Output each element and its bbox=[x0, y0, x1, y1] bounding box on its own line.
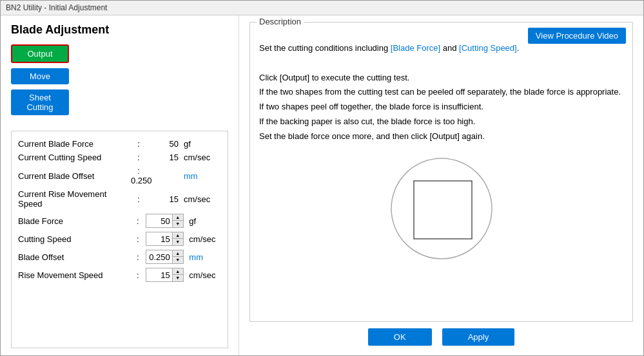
param-row-current-rise-speed: Current Rise Movement Speed : 15 cm/sec bbox=[18, 189, 221, 209]
label-rise-speed: Rise Movement Speed bbox=[18, 270, 130, 280]
move-button[interactable]: Move bbox=[11, 68, 69, 84]
bottom-buttons: OK Apply bbox=[249, 322, 633, 350]
svg-rect-1 bbox=[414, 181, 472, 239]
cutting-speed-up[interactable]: ▲ bbox=[173, 232, 183, 239]
cutting-speed-spinner[interactable]: ▲ ▼ bbox=[146, 232, 184, 246]
desc-line2 bbox=[259, 57, 623, 70]
param-row-cutting-speed: Cutting Speed : ▲ ▼ cm/sec bbox=[18, 232, 221, 246]
page-title: Blade Adjustment bbox=[11, 23, 228, 37]
description-box: Description View Procedure Video Set the… bbox=[249, 22, 633, 322]
label-blade-offset: Blade Offset bbox=[18, 252, 130, 262]
cutting-speed-down[interactable]: ▼ bbox=[173, 239, 183, 245]
description-text: Set the cutting conditions including [Bl… bbox=[259, 42, 623, 144]
desc-line7: Set the blade force once more, and then … bbox=[259, 130, 623, 144]
diagram-svg bbox=[387, 154, 496, 263]
label-current-cutting-speed: Current Cutting Speed bbox=[18, 153, 131, 162]
desc-line4: If the two shapes from the cutting test … bbox=[259, 86, 623, 99]
blade-offset-up[interactable]: ▲ bbox=[173, 250, 183, 257]
rise-speed-down[interactable]: ▼ bbox=[173, 275, 183, 281]
desc-line1: Set the cutting conditions including [Bl… bbox=[259, 42, 623, 55]
output-button[interactable]: Output bbox=[11, 44, 69, 63]
param-row-rise-speed: Rise Movement Speed : ▲ ▼ cm/sec bbox=[18, 268, 221, 282]
blade-offset-spinner-btns: ▲ ▼ bbox=[172, 250, 183, 263]
apply-button[interactable]: Apply bbox=[442, 328, 515, 346]
diagram-area bbox=[259, 154, 623, 263]
view-video-button[interactable]: View Procedure Video bbox=[528, 28, 626, 44]
right-panel: Description View Procedure Video Set the… bbox=[239, 15, 643, 356]
param-row-current-cutting-speed: Current Cutting Speed : 15 cm/sec bbox=[18, 153, 221, 162]
desc-line6: If the backing paper is also cut, the bl… bbox=[259, 115, 623, 129]
cutting-speed-spinner-btns: ▲ ▼ bbox=[172, 232, 183, 245]
param-row-current-blade-offset: Current Blade Offset : 0.250 mm bbox=[18, 166, 221, 185]
param-row-current-blade-force: Current Blade Force : 50 gf bbox=[18, 139, 221, 149]
rise-speed-up[interactable]: ▲ bbox=[173, 268, 183, 275]
desc-line3: Click [Output] to execute the cutting te… bbox=[259, 71, 623, 85]
blade-force-spinner-btns: ▲ ▼ bbox=[172, 214, 183, 227]
label-current-blade-offset: Current Blade Offset bbox=[18, 171, 131, 181]
blade-force-up[interactable]: ▲ bbox=[173, 214, 183, 221]
cutting-speed-input[interactable] bbox=[146, 234, 172, 245]
param-row-blade-offset: Blade Offset : ▲ ▼ mm bbox=[18, 250, 221, 264]
title-bar: BN2 Utility - Initial Adjustment bbox=[1, 1, 643, 15]
left-panel: Blade Adjustment Output Move Sheet Cutti… bbox=[1, 15, 239, 356]
blade-force-spinner[interactable]: ▲ ▼ bbox=[146, 214, 184, 228]
blade-offset-down[interactable]: ▼ bbox=[173, 257, 183, 263]
ok-button[interactable]: OK bbox=[368, 328, 432, 346]
rise-speed-spinner-btns: ▲ ▼ bbox=[172, 268, 183, 281]
blade-offset-input[interactable] bbox=[146, 252, 172, 263]
desc-line5: If two shapes peel off together, the bla… bbox=[259, 100, 623, 114]
description-title: Description bbox=[257, 17, 304, 26]
blade-offset-spinner[interactable]: ▲ ▼ bbox=[146, 250, 184, 264]
param-row-blade-force: Blade Force : ▲ ▼ gf bbox=[18, 214, 221, 228]
params-section: Current Blade Force : 50 gf Current Cutt… bbox=[11, 131, 228, 348]
rise-speed-input[interactable] bbox=[146, 270, 172, 281]
rise-speed-spinner[interactable]: ▲ ▼ bbox=[146, 268, 184, 282]
blade-force-down[interactable]: ▼ bbox=[173, 221, 183, 227]
label-current-rise-speed: Current Rise Movement Speed bbox=[18, 189, 131, 209]
title-bar-text: BN2 Utility - Initial Adjustment bbox=[6, 3, 107, 12]
label-cutting-speed: Cutting Speed bbox=[18, 234, 130, 244]
blade-force-input[interactable] bbox=[146, 216, 172, 227]
label-blade-force: Blade Force bbox=[18, 216, 130, 226]
label-current-blade-force: Current Blade Force bbox=[18, 139, 131, 149]
sheet-cutting-button[interactable]: Sheet Cutting bbox=[11, 89, 69, 115]
